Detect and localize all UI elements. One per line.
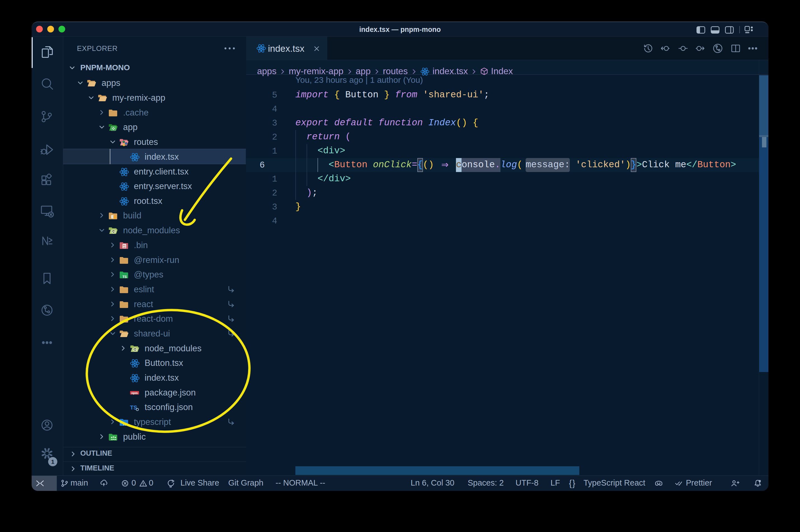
svg-text:JS: JS: [112, 230, 115, 233]
svg-text:10: 10: [123, 246, 126, 249]
svg-text:JS: JS: [133, 348, 136, 351]
svg-text:TS: TS: [130, 404, 137, 411]
svg-text:TS: TS: [122, 422, 127, 426]
svg-text:TS: TS: [122, 275, 127, 279]
svg-text:01: 01: [123, 244, 126, 246]
svg-text:npm: npm: [131, 391, 138, 394]
